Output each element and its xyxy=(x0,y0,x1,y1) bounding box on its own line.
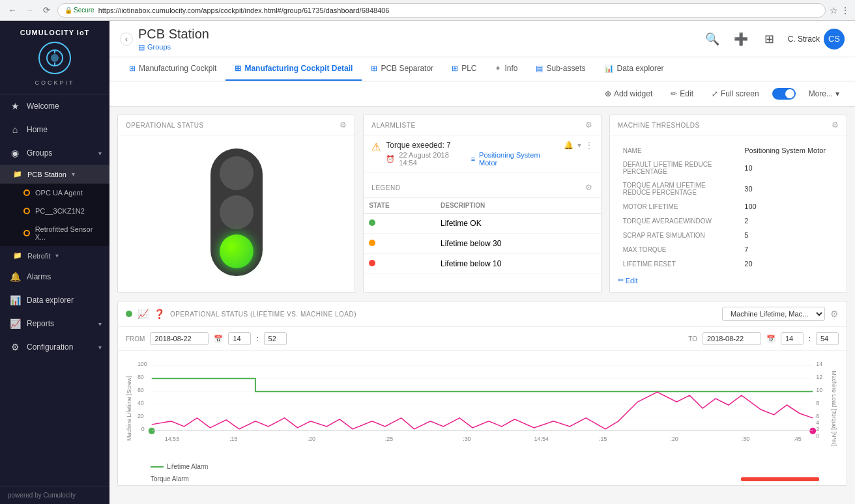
lifetime-line xyxy=(152,378,813,391)
more-button[interactable]: More... ▾ xyxy=(804,87,845,101)
svg-text:14: 14 xyxy=(816,361,822,367)
menu-icon[interactable]: ⋮ xyxy=(841,5,850,16)
sidebar-item-groups[interactable]: ◉ Groups ▾ xyxy=(0,141,109,165)
sidebar-item-retrofitted[interactable]: Retrofitted Sensor X... xyxy=(0,220,109,246)
dot-icon-opc xyxy=(23,189,30,196)
sidebar-item-alarms[interactable]: 🔔 Alarms xyxy=(0,265,109,288)
tab-mfg-detail[interactable]: ⊞ Manufacturing Cockpit Detail xyxy=(225,57,362,81)
legend-row-orange: Lifetime below 30 xyxy=(364,234,600,254)
sidebar-collapse-button[interactable]: ‹ xyxy=(120,33,133,46)
alarm-content: Torque exeeded: 7 ⏰ 22 August 2018 14:54… xyxy=(386,141,558,167)
edit-thresholds-button[interactable]: ✏ Edit xyxy=(618,276,638,285)
settings-icon-alarms[interactable]: ⚙ xyxy=(585,120,593,130)
fullscreen-button[interactable]: ⤢ Full screen xyxy=(706,87,764,101)
time-separator-to: : xyxy=(809,335,811,343)
more-icon-alarm[interactable]: ⋮ xyxy=(585,141,593,150)
groups-icon: ◉ xyxy=(10,148,20,158)
sidebar-logo: CUMULOCITY IoT COCKPIT xyxy=(0,21,109,94)
from-hour-input[interactable] xyxy=(228,332,251,345)
search-button[interactable]: 🔍 xyxy=(702,29,723,49)
sidebar-label-reports: Reports xyxy=(27,319,92,328)
settings-icon-legend[interactable]: ⚙ xyxy=(585,183,593,192)
tab-plc[interactable]: ⊞ PLC xyxy=(442,57,485,81)
tab-bar: ⊞ Manufacturing Cockpit ⊞ Manufacturing … xyxy=(109,57,855,81)
thresholds-title: MACHINE THRESHOLDS xyxy=(618,122,700,129)
from-date-input[interactable] xyxy=(150,332,209,345)
svg-point-1 xyxy=(51,54,59,62)
sidebar-label-home: Home xyxy=(27,125,102,134)
page-title: PCB Station xyxy=(138,27,209,42)
add-button[interactable]: ➕ xyxy=(731,29,751,49)
settings-icon-operational[interactable]: ⚙ xyxy=(340,120,347,130)
star-icon[interactable]: ☆ xyxy=(830,5,838,16)
threshold-table: NAME Positioning System Motor DEFAULT LI… xyxy=(618,143,839,271)
edit-button[interactable]: ✏ Edit xyxy=(665,87,699,101)
to-hour-input[interactable] xyxy=(781,332,804,345)
gear-icon: ⚙ xyxy=(10,342,20,352)
data-explorer-icon: 📊 xyxy=(10,295,20,305)
chart-title: OPERATIONAL STATUS (LIFETIME VS. MACHINE… xyxy=(170,311,356,318)
legend-desc-green: Lifetime OK xyxy=(435,214,601,234)
tab-mfg-cockpit[interactable]: ⊞ Manufacturing Cockpit xyxy=(120,57,225,81)
sidebar-item-opc-ua[interactable]: OPC UA Agent xyxy=(0,184,109,202)
forward-button[interactable]: → xyxy=(22,3,36,18)
threshold-value-4: 5 xyxy=(739,228,839,242)
legend-line-lifetime xyxy=(151,466,164,468)
svg-text:14:53: 14:53 xyxy=(165,436,179,442)
toggle-switch[interactable] xyxy=(772,88,796,100)
legend-col-state: STATE xyxy=(364,198,435,214)
svg-text:10: 10 xyxy=(816,387,822,393)
sidebar: CUMULOCITY IoT COCKPIT ★ Welcome ⌂ Home … xyxy=(0,21,109,504)
to-minute-input[interactable] xyxy=(816,332,839,345)
operational-status-widget: OPERATIONAL STATUS ⚙ xyxy=(117,115,355,293)
svg-text:8: 8 xyxy=(816,400,819,406)
tab-info[interactable]: ✦ Info xyxy=(485,57,527,81)
user-profile[interactable]: C. Strack CS xyxy=(788,29,845,49)
threshold-name-label: NAME xyxy=(618,143,740,158)
chart-info-icon[interactable]: ❓ xyxy=(154,309,165,319)
tab-data-explorer[interactable]: 📊 Data explorer xyxy=(595,57,673,81)
pencil-icon: ✏ xyxy=(671,89,677,98)
legend-row-green: Lifetime OK xyxy=(364,214,600,234)
add-widget-button[interactable]: ⊕ Add widget xyxy=(600,87,658,101)
calendar-icon-to[interactable]: 📅 xyxy=(766,335,775,343)
chevron-down-icon-alarm[interactable]: ▾ xyxy=(577,141,581,150)
sidebar-item-pcb-station[interactable]: 📁 PCB Station ▾ xyxy=(0,165,109,184)
address-bar[interactable]: 🔒 Secure https://iiotinabox.cumulocity.c… xyxy=(57,3,826,18)
tab-pcb-separator[interactable]: ⊞ PCB Separator xyxy=(362,57,442,81)
light-green xyxy=(220,234,254,268)
svg-text:4: 4 xyxy=(816,419,819,426)
chart-line-icon[interactable]: 📈 xyxy=(138,309,149,319)
widget-actions-operational: ⚙ xyxy=(340,120,347,130)
orange-dot xyxy=(369,240,375,246)
content-area: OPERATIONAL STATUS ⚙ ALARMLISTE xyxy=(109,107,855,504)
settings-icon-thresholds[interactable]: ⚙ xyxy=(832,120,839,130)
calendar-icon-from[interactable]: 📅 xyxy=(214,335,223,343)
sidebar-item-data-explorer[interactable]: 📊 Data explorer xyxy=(0,288,109,312)
browser-actions: ☆ ⋮ xyxy=(830,5,850,16)
sidebar-item-retrofit[interactable]: 📁 Retrofit ▾ xyxy=(0,246,109,265)
from-minute-input[interactable] xyxy=(264,332,287,345)
alarm-item: ⚠ Torque exeeded: 7 ⏰ 22 August 2018 14:… xyxy=(364,135,600,173)
breadcrumb-label[interactable]: Groups xyxy=(147,43,171,51)
alarm-source-link[interactable]: Positioning System Motor xyxy=(479,151,558,167)
sidebar-item-welcome[interactable]: ★ Welcome xyxy=(0,94,109,118)
back-button[interactable]: ← xyxy=(5,3,20,18)
threshold-label-3: TORQUE AVERAGEWINDOW xyxy=(618,214,740,228)
apps-button[interactable]: ⊞ xyxy=(759,29,780,49)
chart-settings-icon[interactable]: ⚙ xyxy=(830,309,839,319)
legend-table: STATE DESCRIPTION Lifetime OK Li xyxy=(364,198,600,274)
sidebar-item-pc3ckz[interactable]: PC__3CKZ1N2 xyxy=(0,202,109,220)
sidebar-item-home[interactable]: ⌂ Home xyxy=(0,118,109,141)
tab-subassets[interactable]: ▤ Sub-assets xyxy=(527,57,594,81)
sidebar-item-configuration[interactable]: ⚙ Configuration ▾ xyxy=(0,335,109,359)
chart-dropdown[interactable]: Machine Lifetime, Mac... xyxy=(722,307,825,321)
threshold-value-3: 2 xyxy=(739,214,839,228)
to-date-input[interactable] xyxy=(703,332,761,345)
operational-status-header: OPERATIONAL STATUS ⚙ xyxy=(118,115,355,135)
legend-label-lifetime: Lifetime Alarm xyxy=(167,463,208,470)
folder-icon-pcb: 📁 xyxy=(13,170,22,178)
sidebar-item-reports[interactable]: 📈 Reports ▾ xyxy=(0,312,109,335)
reload-button[interactable]: ⟳ xyxy=(39,3,53,18)
legend-table-container: STATE DESCRIPTION Lifetime OK Li xyxy=(364,198,600,274)
